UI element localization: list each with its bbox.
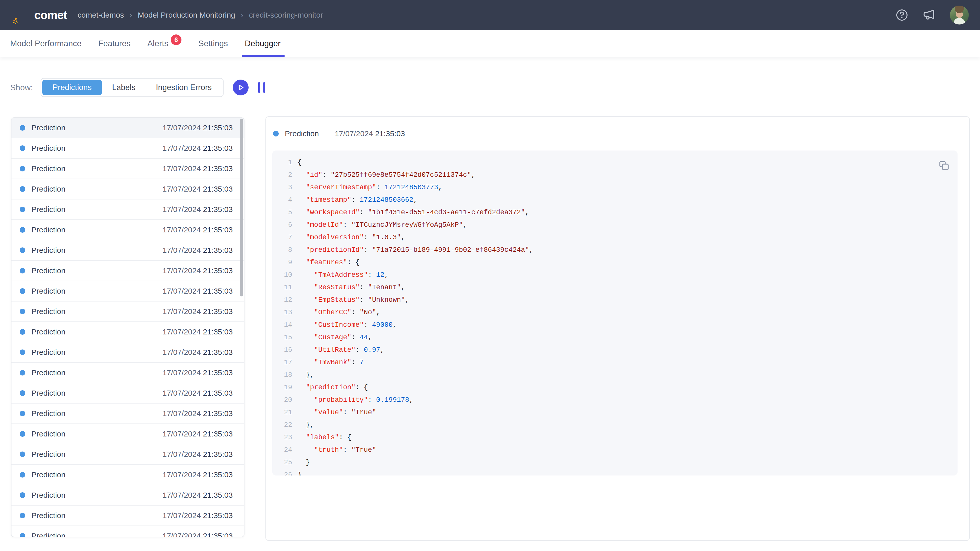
code-text: "TmAtAddress": 12,	[298, 271, 388, 279]
list-item-timestamp: 17/07/2024 21:35:03	[162, 409, 233, 418]
list-item-label: Prediction	[32, 327, 65, 336]
line-number: 10	[272, 271, 292, 279]
list-item[interactable]: Prediction 17/07/2024 21:35:03	[11, 342, 244, 363]
breadcrumb-separator-icon: ›	[130, 11, 132, 19]
code-text: "id": "27b525ff69e8e5754f42d07c5211374c"…	[298, 171, 476, 179]
list-item-label: Prediction	[32, 532, 65, 537]
prediction-dot-icon	[20, 145, 25, 151]
play-button[interactable]	[233, 79, 248, 95]
copy-button[interactable]	[938, 160, 950, 171]
segment-predictions[interactable]: Predictions	[42, 80, 102, 95]
code-line: 8 "predictionId": "71a72015-b189-4991-9b…	[272, 244, 958, 256]
tab-settings[interactable]: Settings	[198, 30, 228, 57]
list-item[interactable]: Prediction 17/07/2024 21:35:03	[11, 281, 244, 302]
list-item-label: Prediction	[32, 470, 65, 479]
prediction-dot-icon	[20, 370, 25, 375]
list-item[interactable]: Prediction 17/07/2024 21:35:03	[11, 159, 244, 179]
prediction-list: Prediction 17/07/2024 21:35:03 Predictio…	[11, 118, 244, 537]
list-item-label: Prediction	[32, 511, 65, 520]
code-text: "prediction": {	[298, 384, 368, 391]
line-number: 1	[272, 159, 292, 166]
code-text: "labels": {	[298, 433, 352, 441]
list-item-timestamp: 17/07/2024 21:35:03	[162, 348, 233, 357]
list-item[interactable]: Prediction 17/07/2024 21:35:03	[11, 445, 244, 465]
list-item[interactable]: Prediction 17/07/2024 21:35:03	[11, 363, 244, 383]
list-item[interactable]: Prediction 17/07/2024 21:35:03	[11, 383, 244, 403]
list-item[interactable]: Prediction 17/07/2024 21:35:03	[11, 118, 244, 138]
list-item[interactable]: Prediction 17/07/2024 21:35:03	[11, 220, 244, 240]
code-text: "features": {	[298, 259, 360, 266]
prediction-dot-icon	[273, 131, 279, 137]
prediction-dot-icon	[20, 268, 25, 273]
code-text: "EmpStatus": "Unknown",	[298, 296, 409, 304]
list-item-label: Prediction	[32, 348, 65, 357]
prediction-dot-icon	[20, 472, 25, 478]
list-item-timestamp: 17/07/2024 21:35:03	[162, 287, 233, 295]
list-item-timestamp: 17/07/2024 21:35:03	[162, 307, 233, 316]
code-line: 3 "serverTimestamp": 1721248503773,	[272, 181, 958, 194]
list-item-timestamp: 17/07/2024 21:35:03	[162, 124, 233, 132]
user-avatar[interactable]	[950, 6, 969, 24]
code-line: 1{	[272, 156, 958, 168]
segment-labels[interactable]: Labels	[102, 80, 145, 95]
list-item[interactable]: Prediction 17/07/2024 21:35:03	[11, 465, 244, 485]
list-item-timestamp: 17/07/2024 21:35:03	[162, 368, 233, 377]
tab-features[interactable]: Features	[98, 30, 130, 57]
code-line: 12 "EmpStatus": "Unknown",	[272, 294, 958, 306]
list-item-timestamp: 17/07/2024 21:35:03	[162, 450, 233, 459]
prediction-list-panel: Prediction 17/07/2024 21:35:03 Predictio…	[11, 118, 245, 537]
announcements-button[interactable]	[922, 8, 936, 22]
debugger-toolbar: Show: Predictions Labels Ingestion Error…	[10, 78, 980, 97]
prediction-dot-icon	[20, 451, 25, 457]
code-text: "probability": 0.199178,	[298, 396, 414, 404]
list-item-label: Prediction	[32, 368, 65, 377]
list-item[interactable]: Prediction 17/07/2024 21:35:03	[11, 240, 244, 261]
prediction-dot-icon	[20, 206, 25, 212]
comet-logo[interactable]: comet	[11, 5, 67, 25]
list-item[interactable]: Prediction 17/07/2024 21:35:03	[11, 485, 244, 506]
breadcrumb-project[interactable]: Model Production Monitoring	[138, 11, 235, 19]
line-number: 3	[272, 184, 292, 191]
list-item-timestamp: 17/07/2024 21:35:03	[162, 430, 233, 438]
code-line: 5 "workspaceId": "1b1f431e-d551-4cd3-ae1…	[272, 206, 958, 219]
code-text: "modelId": "ITCuzncJYMsreyWGfYoAg5AkP",	[298, 221, 467, 229]
segment-ingestion-errors[interactable]: Ingestion Errors	[146, 80, 222, 95]
prediction-dot-icon	[20, 431, 25, 437]
list-item[interactable]: Prediction 17/07/2024 21:35:03	[11, 179, 244, 200]
list-scrollbar[interactable]	[240, 119, 243, 297]
line-number: 4	[272, 196, 292, 204]
line-number: 12	[272, 296, 292, 304]
help-button[interactable]	[895, 8, 908, 22]
code-text: "CustAge": 44,	[298, 333, 372, 341]
list-item[interactable]: Prediction 17/07/2024 21:35:03	[11, 200, 244, 220]
line-number: 8	[272, 246, 292, 254]
tab-model-performance[interactable]: Model Performance	[10, 30, 81, 57]
list-item[interactable]: Prediction 17/07/2024 21:35:03	[11, 261, 244, 281]
show-segmented-control: Predictions Labels Ingestion Errors	[41, 78, 224, 97]
list-item[interactable]: Prediction 17/07/2024 21:35:03	[11, 403, 244, 424]
code-line: 18 },	[272, 368, 958, 381]
pause-button[interactable]	[258, 82, 265, 93]
list-item-label: Prediction	[32, 450, 65, 459]
list-item-timestamp: 17/07/2024 21:35:03	[162, 185, 233, 193]
list-item-label: Prediction	[32, 491, 65, 499]
list-item-timestamp: 17/07/2024 21:35:03	[162, 511, 233, 520]
prediction-dot-icon	[20, 166, 25, 171]
breadcrumb-workspace[interactable]: comet-demos	[78, 11, 124, 19]
list-item[interactable]: Prediction 17/07/2024 21:35:03	[11, 526, 244, 537]
list-item-label: Prediction	[32, 409, 65, 418]
list-item-timestamp: 17/07/2024 21:35:03	[162, 205, 233, 214]
tab-alerts[interactable]: Alerts 6	[148, 30, 182, 57]
code-text: }	[298, 459, 310, 466]
breadcrumb-separator-icon: ›	[241, 11, 243, 19]
list-item[interactable]: Prediction 17/07/2024 21:35:03	[11, 322, 244, 342]
list-item[interactable]: Prediction 17/07/2024 21:35:03	[11, 138, 244, 159]
list-item-label: Prediction	[32, 185, 65, 193]
list-item[interactable]: Prediction 17/07/2024 21:35:03	[11, 424, 244, 445]
tab-debugger[interactable]: Debugger	[245, 30, 281, 57]
line-number: 17	[272, 359, 292, 366]
json-code: 1{2 "id": "27b525ff69e8e5754f42d07c52113…	[272, 156, 958, 475]
prediction-dot-icon	[20, 349, 25, 355]
list-item[interactable]: Prediction 17/07/2024 21:35:03	[11, 506, 244, 526]
list-item[interactable]: Prediction 17/07/2024 21:35:03	[11, 302, 244, 322]
